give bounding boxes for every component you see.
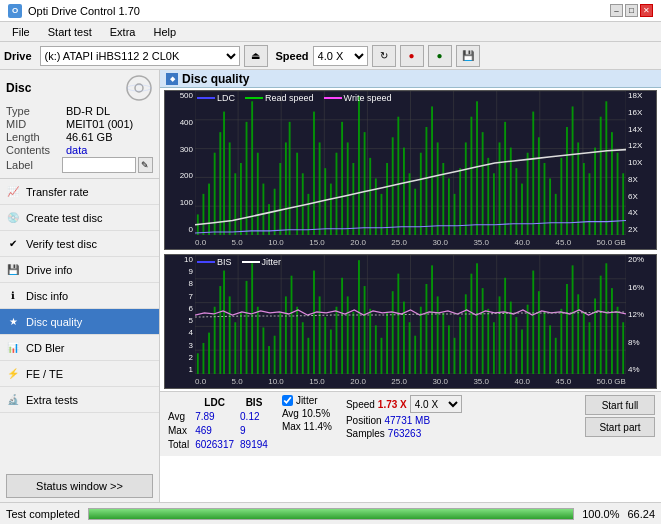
- svg-rect-28: [240, 163, 242, 235]
- start-full-button[interactable]: Start full: [585, 395, 655, 415]
- svg-rect-21: [202, 194, 204, 235]
- menu-help[interactable]: Help: [145, 24, 184, 40]
- content-area: ◆ Disc quality LDC Read speed Write spee…: [160, 70, 661, 502]
- chart1-x-axis: 0.05.010.015.020.025.030.035.040.045.050…: [195, 235, 626, 249]
- svg-rect-188: [611, 288, 613, 374]
- speed-value: 1.73 X: [378, 399, 407, 410]
- svg-rect-59: [414, 189, 416, 235]
- stats-total-bis: 89194: [240, 439, 272, 451]
- svg-rect-52: [375, 178, 377, 235]
- svg-rect-78: [521, 184, 523, 235]
- stats-total-label: Total: [168, 439, 193, 451]
- status-right-value: 66.24: [627, 508, 655, 520]
- maximize-button[interactable]: □: [625, 4, 638, 17]
- svg-rect-171: [515, 317, 517, 374]
- nav-drive-info[interactable]: 💾 Drive info: [0, 257, 159, 283]
- eject-button[interactable]: ⏏: [244, 45, 268, 67]
- nav-disc-quality[interactable]: ★ Disc quality: [0, 309, 159, 335]
- svg-rect-141: [347, 296, 349, 374]
- svg-rect-173: [527, 305, 529, 374]
- svg-rect-57: [403, 148, 405, 235]
- menu-extra[interactable]: Extra: [102, 24, 144, 40]
- jitter-checkbox[interactable]: [282, 395, 293, 406]
- legend-write: Write speed: [344, 93, 392, 103]
- menu-start-test[interactable]: Start test: [40, 24, 100, 40]
- menu-file[interactable]: File: [4, 24, 38, 40]
- drive-label: Drive: [4, 50, 32, 62]
- svg-rect-53: [381, 194, 383, 235]
- transfer-rate-icon: 📈: [6, 185, 20, 199]
- svg-rect-170: [510, 302, 512, 374]
- nav-extra-tests[interactable]: 🔬 Extra tests: [0, 387, 159, 413]
- svg-rect-185: [594, 298, 596, 374]
- minimize-button[interactable]: –: [610, 4, 623, 17]
- svg-rect-137: [324, 317, 326, 374]
- nav-transfer-rate[interactable]: 📈 Transfer rate: [0, 179, 159, 205]
- icon1-button[interactable]: ●: [400, 45, 424, 67]
- drive-info-icon: 💾: [6, 263, 20, 277]
- extra-tests-icon: 🔬: [6, 393, 20, 407]
- action-buttons: Start full Start part: [585, 395, 655, 437]
- status-text: Test completed: [6, 508, 80, 520]
- jitter-max-label: Max: [282, 421, 301, 432]
- save-button[interactable]: 💾: [456, 45, 480, 67]
- chart2-x-axis: 0.05.010.015.020.025.030.035.040.045.050…: [195, 374, 626, 388]
- svg-rect-125: [257, 307, 259, 374]
- jitter-avg-val: 10.5%: [302, 408, 330, 419]
- svg-rect-69: [470, 117, 472, 235]
- disc-label-input[interactable]: [62, 157, 136, 173]
- svg-rect-157: [437, 296, 439, 374]
- svg-rect-81: [538, 137, 540, 235]
- svg-rect-41: [313, 112, 315, 235]
- drive-select[interactable]: (k:) ATAPI iHBS112 2 CL0K: [40, 46, 240, 66]
- nav-disc-info[interactable]: ℹ Disc info: [0, 283, 159, 309]
- svg-rect-148: [386, 312, 388, 374]
- nav-create-test-disc[interactable]: 💿 Create test disc: [0, 205, 159, 231]
- disc-quality-icon: ★: [6, 315, 20, 329]
- svg-rect-92: [600, 117, 602, 235]
- svg-rect-51: [369, 158, 371, 235]
- svg-rect-165: [482, 288, 484, 374]
- svg-rect-181: [572, 265, 574, 374]
- svg-rect-147: [381, 338, 383, 374]
- refresh-button[interactable]: ↻: [372, 45, 396, 67]
- close-button[interactable]: ✕: [640, 4, 653, 17]
- svg-rect-139: [336, 307, 338, 374]
- svg-rect-132: [296, 307, 298, 374]
- speed-select2[interactable]: 4.0 X: [410, 395, 462, 413]
- svg-rect-145: [369, 309, 371, 374]
- speed-select[interactable]: 4.0 X: [313, 46, 368, 66]
- svg-rect-149: [392, 291, 394, 374]
- icon2-button[interactable]: ●: [428, 45, 452, 67]
- svg-rect-82: [544, 163, 546, 235]
- disc-icon: [125, 74, 153, 102]
- chart1-legend: LDC Read speed Write speed: [197, 93, 391, 103]
- svg-rect-60: [420, 153, 422, 235]
- svg-rect-42: [319, 142, 321, 235]
- svg-rect-134: [307, 338, 309, 374]
- svg-rect-85: [560, 158, 562, 235]
- nav-verify-test-disc[interactable]: ✔ Verify test disc: [0, 231, 159, 257]
- app-icon: O: [8, 4, 22, 18]
- svg-rect-77: [515, 168, 517, 235]
- speed-label2: Speed: [346, 399, 375, 410]
- nav-fe-te[interactable]: ⚡ FE / TE: [0, 361, 159, 387]
- svg-rect-32: [262, 184, 264, 235]
- label-edit-button[interactable]: ✎: [138, 157, 153, 173]
- svg-rect-25: [223, 112, 225, 235]
- nav-cd-bler[interactable]: 📊 CD Bler: [0, 335, 159, 361]
- disc-length-key: Length: [6, 131, 66, 143]
- disc-contents-val: data: [66, 144, 153, 156]
- svg-rect-90: [589, 173, 591, 235]
- disc-label-key: Label: [6, 159, 62, 171]
- svg-rect-179: [560, 309, 562, 374]
- start-part-button[interactable]: Start part: [585, 417, 655, 437]
- jitter-section: Jitter Avg 10.5% Max 11.4%: [282, 395, 332, 432]
- stats-max-bis: 9: [240, 425, 272, 437]
- svg-rect-73: [493, 173, 495, 235]
- svg-rect-160: [454, 338, 456, 374]
- svg-rect-136: [319, 296, 321, 374]
- svg-rect-168: [499, 296, 501, 374]
- status-window-button[interactable]: Status window >>: [6, 474, 153, 498]
- svg-rect-86: [566, 127, 568, 235]
